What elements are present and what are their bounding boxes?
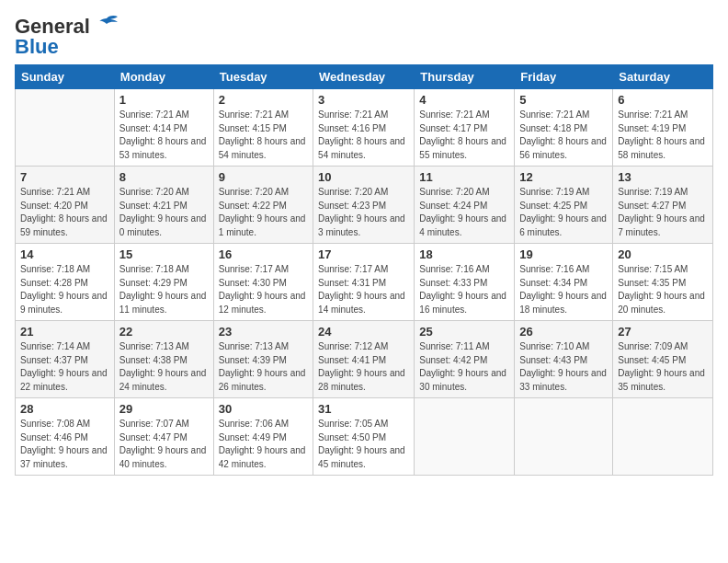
day-number: 30 xyxy=(219,402,308,416)
calendar-cell: 19Sunrise: 7:16 AMSunset: 4:34 PMDayligh… xyxy=(515,244,613,321)
day-detail: Sunrise: 7:21 AMSunset: 4:15 PMDaylight:… xyxy=(219,109,308,162)
day-detail: Sunrise: 7:21 AMSunset: 4:20 PMDaylight:… xyxy=(20,186,109,239)
day-detail: Sunrise: 7:10 AMSunset: 4:43 PMDaylight:… xyxy=(519,340,608,394)
weekday-header-row: SundayMondayTuesdayWednesdayThursdayFrid… xyxy=(16,65,713,89)
calendar-cell: 6Sunrise: 7:21 AMSunset: 4:19 PMDaylight… xyxy=(613,89,713,167)
day-detail: Sunrise: 7:16 AMSunset: 4:33 PMDaylight:… xyxy=(419,263,509,316)
calendar-cell: 14Sunrise: 7:18 AMSunset: 4:28 PMDayligh… xyxy=(16,244,115,321)
logo: General Blue xyxy=(15,15,119,59)
logo-bird-icon xyxy=(94,15,119,35)
calendar-cell: 25Sunrise: 7:11 AMSunset: 4:42 PMDayligh… xyxy=(415,321,515,398)
day-detail: Sunrise: 7:11 AMSunset: 4:42 PMDaylight:… xyxy=(419,340,509,394)
day-number: 13 xyxy=(618,170,708,184)
week-row-5: 28Sunrise: 7:08 AMSunset: 4:46 PMDayligh… xyxy=(16,398,713,476)
day-detail: Sunrise: 7:18 AMSunset: 4:29 PMDaylight:… xyxy=(119,263,209,316)
calendar-cell: 17Sunrise: 7:17 AMSunset: 4:31 PMDayligh… xyxy=(313,244,415,321)
logo-blue-text: Blue xyxy=(15,35,59,59)
weekday-header-saturday: Saturday xyxy=(613,65,713,89)
day-number: 9 xyxy=(219,170,308,184)
day-detail: Sunrise: 7:19 AMSunset: 4:25 PMDaylight:… xyxy=(519,186,608,239)
day-detail: Sunrise: 7:21 AMSunset: 4:19 PMDaylight:… xyxy=(618,109,708,162)
calendar-cell: 7Sunrise: 7:21 AMSunset: 4:20 PMDaylight… xyxy=(16,167,115,244)
day-detail: Sunrise: 7:19 AMSunset: 4:27 PMDaylight:… xyxy=(618,186,708,239)
day-number: 31 xyxy=(318,402,409,416)
calendar-cell: 23Sunrise: 7:13 AMSunset: 4:39 PMDayligh… xyxy=(213,321,313,398)
day-number: 23 xyxy=(219,325,308,339)
calendar-cell xyxy=(613,398,713,476)
calendar-cell: 5Sunrise: 7:21 AMSunset: 4:18 PMDaylight… xyxy=(515,89,613,167)
day-number: 8 xyxy=(119,170,209,184)
day-detail: Sunrise: 7:17 AMSunset: 4:31 PMDaylight:… xyxy=(318,263,409,316)
calendar-cell: 18Sunrise: 7:16 AMSunset: 4:33 PMDayligh… xyxy=(415,244,515,321)
day-number: 14 xyxy=(20,247,109,261)
calendar-cell: 26Sunrise: 7:10 AMSunset: 4:43 PMDayligh… xyxy=(515,321,613,398)
day-number: 17 xyxy=(318,247,409,261)
weekday-header-tuesday: Tuesday xyxy=(213,65,313,89)
weekday-header-monday: Monday xyxy=(114,65,213,89)
day-detail: Sunrise: 7:14 AMSunset: 4:37 PMDaylight:… xyxy=(20,340,109,394)
day-number: 3 xyxy=(318,93,409,107)
day-number: 21 xyxy=(20,325,109,339)
day-number: 1 xyxy=(119,93,209,107)
calendar-cell: 16Sunrise: 7:17 AMSunset: 4:30 PMDayligh… xyxy=(213,244,313,321)
day-detail: Sunrise: 7:07 AMSunset: 4:47 PMDaylight:… xyxy=(119,418,209,471)
calendar-cell: 28Sunrise: 7:08 AMSunset: 4:46 PMDayligh… xyxy=(16,398,115,476)
day-number: 10 xyxy=(318,170,409,184)
day-detail: Sunrise: 7:13 AMSunset: 4:39 PMDaylight:… xyxy=(219,340,308,394)
calendar-cell: 4Sunrise: 7:21 AMSunset: 4:17 PMDaylight… xyxy=(415,89,515,167)
day-number: 25 xyxy=(419,325,509,339)
week-row-1: 1Sunrise: 7:21 AMSunset: 4:14 PMDaylight… xyxy=(16,89,713,167)
page: General Blue SundayMondayTuesdayWednesda… xyxy=(0,0,728,563)
day-detail: Sunrise: 7:05 AMSunset: 4:50 PMDaylight:… xyxy=(318,418,409,471)
day-detail: Sunrise: 7:21 AMSunset: 4:16 PMDaylight:… xyxy=(318,109,409,162)
week-row-3: 14Sunrise: 7:18 AMSunset: 4:28 PMDayligh… xyxy=(16,244,713,321)
calendar-cell: 9Sunrise: 7:20 AMSunset: 4:22 PMDaylight… xyxy=(213,167,313,244)
weekday-header-thursday: Thursday xyxy=(415,65,515,89)
day-detail: Sunrise: 7:15 AMSunset: 4:35 PMDaylight:… xyxy=(618,263,708,316)
day-number: 18 xyxy=(419,247,509,261)
day-number: 7 xyxy=(20,170,109,184)
day-detail: Sunrise: 7:09 AMSunset: 4:45 PMDaylight:… xyxy=(618,340,708,394)
day-number: 19 xyxy=(519,247,608,261)
day-number: 6 xyxy=(618,93,708,107)
day-number: 11 xyxy=(419,170,509,184)
day-detail: Sunrise: 7:20 AMSunset: 4:21 PMDaylight:… xyxy=(119,186,209,239)
weekday-header-sunday: Sunday xyxy=(16,65,115,89)
day-number: 16 xyxy=(219,247,308,261)
day-detail: Sunrise: 7:13 AMSunset: 4:38 PMDaylight:… xyxy=(119,340,209,394)
day-number: 28 xyxy=(20,402,109,416)
calendar-cell: 15Sunrise: 7:18 AMSunset: 4:29 PMDayligh… xyxy=(114,244,213,321)
calendar-cell: 21Sunrise: 7:14 AMSunset: 4:37 PMDayligh… xyxy=(16,321,115,398)
calendar-cell: 13Sunrise: 7:19 AMSunset: 4:27 PMDayligh… xyxy=(613,167,713,244)
calendar-cell: 12Sunrise: 7:19 AMSunset: 4:25 PMDayligh… xyxy=(515,167,613,244)
day-detail: Sunrise: 7:21 AMSunset: 4:18 PMDaylight:… xyxy=(519,109,608,162)
calendar-cell: 1Sunrise: 7:21 AMSunset: 4:14 PMDaylight… xyxy=(114,89,213,167)
day-number: 4 xyxy=(419,93,509,107)
week-row-2: 7Sunrise: 7:21 AMSunset: 4:20 PMDaylight… xyxy=(16,167,713,244)
day-number: 20 xyxy=(618,247,708,261)
calendar-cell: 30Sunrise: 7:06 AMSunset: 4:49 PMDayligh… xyxy=(213,398,313,476)
calendar-cell: 10Sunrise: 7:20 AMSunset: 4:23 PMDayligh… xyxy=(313,167,415,244)
calendar-cell: 29Sunrise: 7:07 AMSunset: 4:47 PMDayligh… xyxy=(114,398,213,476)
day-detail: Sunrise: 7:20 AMSunset: 4:23 PMDaylight:… xyxy=(318,186,409,239)
day-number: 24 xyxy=(318,325,409,339)
calendar-cell: 3Sunrise: 7:21 AMSunset: 4:16 PMDaylight… xyxy=(313,89,415,167)
day-detail: Sunrise: 7:21 AMSunset: 4:17 PMDaylight:… xyxy=(419,109,509,162)
day-number: 22 xyxy=(119,325,209,339)
day-detail: Sunrise: 7:17 AMSunset: 4:30 PMDaylight:… xyxy=(219,263,308,316)
day-number: 12 xyxy=(519,170,608,184)
day-detail: Sunrise: 7:20 AMSunset: 4:22 PMDaylight:… xyxy=(219,186,308,239)
day-detail: Sunrise: 7:06 AMSunset: 4:49 PMDaylight:… xyxy=(219,418,308,471)
day-detail: Sunrise: 7:20 AMSunset: 4:24 PMDaylight:… xyxy=(419,186,509,239)
calendar-cell: 8Sunrise: 7:20 AMSunset: 4:21 PMDaylight… xyxy=(114,167,213,244)
week-row-4: 21Sunrise: 7:14 AMSunset: 4:37 PMDayligh… xyxy=(16,321,713,398)
day-number: 26 xyxy=(519,325,608,339)
calendar-cell: 31Sunrise: 7:05 AMSunset: 4:50 PMDayligh… xyxy=(313,398,415,476)
day-detail: Sunrise: 7:18 AMSunset: 4:28 PMDaylight:… xyxy=(20,263,109,316)
calendar-cell: 24Sunrise: 7:12 AMSunset: 4:41 PMDayligh… xyxy=(313,321,415,398)
weekday-header-friday: Friday xyxy=(515,65,613,89)
day-detail: Sunrise: 7:12 AMSunset: 4:41 PMDaylight:… xyxy=(318,340,409,394)
day-detail: Sunrise: 7:16 AMSunset: 4:34 PMDaylight:… xyxy=(519,263,608,316)
day-number: 15 xyxy=(119,247,209,261)
calendar-cell xyxy=(16,89,115,167)
